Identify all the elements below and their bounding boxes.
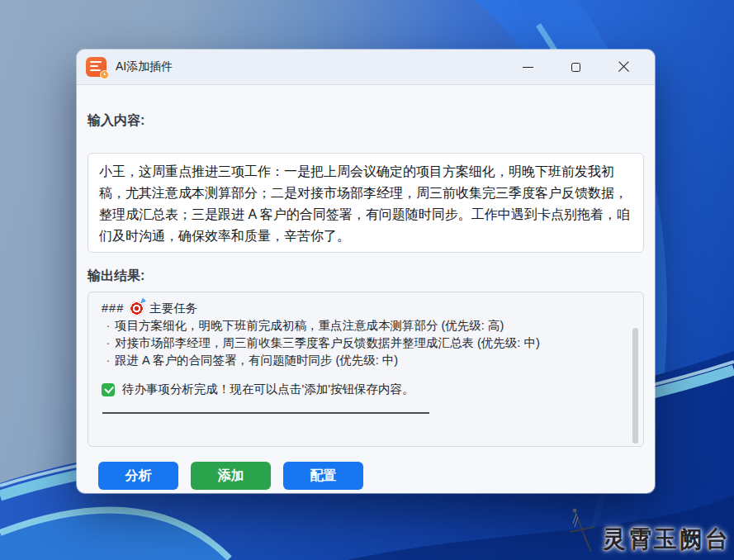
minimize-button[interactable] [509, 55, 546, 79]
task-text: 项目方案细化，明晚下班前完成初稿，重点注意成本测算部分 (优先级: 高) [115, 317, 504, 335]
plugin-dialog-window: AI添加插件 输入内容: 小王，这周重点推进三项工作：一是把上周会议确定的项目方… [77, 50, 655, 493]
todo-list-clock-app-icon [86, 57, 107, 77]
heading-text: 主要任务 [149, 300, 197, 317]
bullet-dot: · [102, 352, 115, 369]
bullet-dot: · [102, 335, 115, 352]
output-result-area[interactable]: ### 主要任务 · 项目方案细化，明晚下班前完成初稿，重点注意成本测算部分 (… [88, 292, 644, 447]
task-bullet: · 对接市场部李经理，周三前收集三季度客户反馈数据并整理成汇总表 (优先级: 中… [102, 335, 610, 352]
status-line: 待办事项分析完成！现在可以点击'添加'按钮保存内容。 [102, 381, 610, 398]
input-text: 小王，这周重点推进三项工作：一是把上周会议确定的项目方案细化，明晚下班前发我初稿… [99, 164, 630, 243]
task-bullet: · 项目方案细化，明晚下班前完成初稿，重点注意成本测算部分 (优先级: 高) [102, 317, 610, 335]
watermark: 灵霄玉阙台 [566, 507, 731, 555]
status-text: 待办事项分析完成！现在可以点击'添加'按钮保存内容。 [122, 381, 414, 398]
action-button-row: 分析 添加 配置 [88, 462, 644, 490]
task-text: 跟进 A 客户的合同签署，有问题随时同步 (优先级: 中) [115, 352, 398, 369]
markdown-divider [102, 412, 429, 414]
sword-icon [566, 507, 601, 555]
maximize-button[interactable] [557, 55, 594, 79]
desktop: AI添加插件 输入内容: 小王，这周重点推进三项工作：一是把上周会议确定的项目方… [0, 0, 734, 560]
task-text: 对接市场部李经理，周三前收集三季度客户反馈数据并整理成汇总表 (优先级: 中) [115, 335, 540, 352]
output-heading: ### 主要任务 [102, 300, 610, 317]
maximize-icon [571, 63, 580, 72]
task-bullet: · 跟进 A 客户的合同签署，有问题随时同步 (优先级: 中) [102, 352, 610, 369]
add-button[interactable]: 添加 [191, 462, 271, 490]
window-title: AI添加插件 [116, 59, 173, 74]
close-icon [618, 61, 630, 74]
close-button[interactable] [605, 55, 642, 79]
titlebar[interactable]: AI添加插件 [77, 50, 655, 85]
bullet-dot: · [102, 317, 115, 335]
watermark-text: 灵霄玉阙台 [603, 524, 731, 555]
markdown-hashes: ### [102, 300, 124, 317]
analyze-button[interactable]: 分析 [98, 462, 178, 490]
output-section-label: 输出结果: [88, 267, 644, 285]
input-textarea[interactable]: 小王，这周重点推进三项工作：一是把上周会议确定的项目方案细化，明晚下班前发我初稿… [88, 153, 644, 253]
input-section-label: 输入内容: [88, 112, 644, 130]
target-emoji-icon [130, 301, 144, 316]
configure-button[interactable]: 配置 [283, 462, 363, 490]
green-check-emoji-icon [102, 383, 115, 396]
minimize-icon [523, 67, 533, 68]
output-scrollbar-thumb[interactable] [632, 328, 638, 444]
